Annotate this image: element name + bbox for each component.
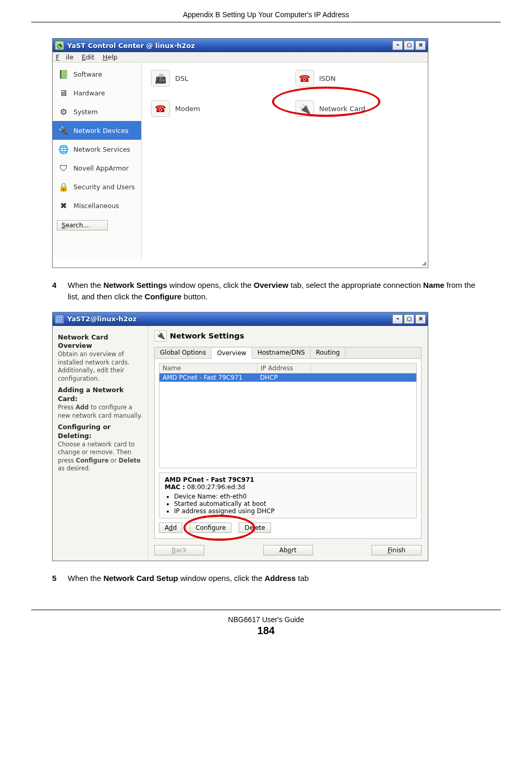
- window-title: YaST Control Center @ linux-h2oz: [67, 42, 195, 50]
- help-heading-configuring: Configuring or Deleting:: [58, 423, 142, 441]
- security-icon: 🔒: [57, 180, 70, 193]
- sidebar-item-label: Software: [73, 70, 102, 78]
- column-name[interactable]: Name: [159, 363, 257, 373]
- mac-value: 08:00:27:96:ed:3d: [187, 483, 245, 491]
- yast2-network-settings-window: ◳ YaST2@linux-h2oz – ▢ × Network Card Ov…: [52, 312, 428, 561]
- menubar: File Edit Help: [53, 52, 428, 63]
- network-services-icon: 🌐: [57, 143, 70, 155]
- detail-title: AMD PCnet - Fast 79C971: [165, 476, 254, 483]
- step-text: When the Network Card Setup window opens…: [68, 573, 309, 584]
- detail-device-name: Device Name: eth-eth0: [174, 493, 411, 500]
- device-dsl[interactable]: 📠 DSL: [151, 70, 275, 87]
- delete-button[interactable]: Delete: [239, 523, 270, 533]
- help-heading-overview: Network Card Overview: [58, 333, 142, 351]
- step-text: When the Network Settings window opens, …: [68, 280, 480, 302]
- step-4: 4 When the Network Settings window opens…: [52, 280, 480, 302]
- tabs-row: Global Options Overview Hostname/DNS Rou…: [155, 347, 421, 359]
- step-5: 5 When the Network Card Setup window ope…: [52, 573, 480, 584]
- list-header: Name IP Address: [159, 363, 416, 373]
- step-number: 5: [52, 573, 68, 584]
- menu-help[interactable]: Help: [103, 53, 118, 61]
- device-label: DSL: [175, 75, 189, 82]
- sidebar-item-label: Hardware: [73, 89, 105, 97]
- search-button[interactable]: Search...: [57, 220, 108, 231]
- cell-ip: DHCP: [257, 373, 310, 382]
- sidebar-item-label: System: [73, 108, 98, 116]
- minimize-button[interactable]: –: [392, 314, 403, 324]
- device-isdn[interactable]: ☎ ISDN: [295, 70, 419, 87]
- modem-icon: ☎: [151, 100, 170, 117]
- yast-icon: ◳: [55, 314, 64, 324]
- sidebar-item-network-services[interactable]: 🌐 Network Services: [53, 140, 141, 159]
- network-devices-icon: 🔌: [57, 124, 70, 137]
- resize-grip[interactable]: ◢: [53, 260, 428, 268]
- sidebar-item-hardware[interactable]: 🖥 Hardware: [53, 83, 141, 102]
- sidebar-item-software[interactable]: 📗 Software: [53, 65, 141, 83]
- panel-title: 🔌 Network Settings: [154, 330, 422, 342]
- page-header: Appendix B Setting Up Your Computer's IP…: [31, 10, 501, 22]
- nic-button-row: Add Configure Delete: [159, 523, 417, 533]
- help-text: Press Add to configure a new network car…: [58, 404, 142, 420]
- sidebar-item-network-devices[interactable]: 🔌 Network Devices: [53, 121, 141, 140]
- list-row-selected[interactable]: AMD PCnet - Fast 79C971 DHCP: [159, 373, 416, 382]
- device-label: ISDN: [319, 75, 336, 82]
- yast-control-center-window: ◔ YaST Control Center @ linux-h2oz – ▢ ×…: [52, 38, 428, 268]
- menu-file[interactable]: File: [56, 53, 73, 61]
- detail-ip-mode: IP address assigned using DHCP: [174, 507, 411, 515]
- close-button[interactable]: ×: [415, 41, 426, 50]
- help-text: Obtain an overview of installed network …: [58, 350, 142, 383]
- page-footer: NBG6617 User's Guide 184: [31, 610, 501, 637]
- yast-icon: ◔: [55, 41, 64, 50]
- device-modem[interactable]: ☎ Modem: [151, 100, 275, 117]
- back-button: Back: [154, 545, 204, 555]
- device-label: Modem: [175, 105, 200, 113]
- add-button[interactable]: Add: [159, 523, 182, 533]
- sidebar-item-label: Network Devices: [73, 127, 128, 135]
- tab-routing[interactable]: Routing: [311, 347, 345, 358]
- sidebar-item-label: Novell AppArmor: [73, 164, 129, 172]
- column-ip[interactable]: IP Address: [257, 363, 311, 373]
- tab-global-options[interactable]: Global Options: [155, 347, 212, 358]
- network-card-icon: 🔌: [295, 100, 314, 117]
- maximize-button[interactable]: ▢: [404, 41, 414, 50]
- category-sidebar: 📗 Software 🖥 Hardware ⚙ System 🔌 Network…: [53, 63, 142, 260]
- device-pane: 📠 DSL ☎ ISDN ☎ Modem 🔌 Network Card: [142, 63, 428, 260]
- page-number: 184: [31, 625, 501, 637]
- sidebar-item-label: Miscellaneous: [73, 202, 119, 210]
- minimize-button[interactable]: –: [392, 41, 403, 50]
- help-text: Choose a network card to change or remov…: [58, 441, 142, 473]
- window-titlebar[interactable]: ◳ YaST2@linux-h2oz – ▢ ×: [53, 312, 428, 326]
- settings-notebook: Global Options Overview Hostname/DNS Rou…: [154, 347, 422, 539]
- mac-label: MAC :: [165, 483, 185, 491]
- system-icon: ⚙: [57, 105, 70, 118]
- sidebar-item-security-users[interactable]: 🔒 Security and Users: [53, 177, 141, 196]
- footer-guide: NBG6617 User's Guide: [31, 615, 501, 624]
- device-network-card[interactable]: 🔌 Network Card: [295, 100, 419, 117]
- isdn-icon: ☎: [295, 70, 314, 87]
- software-icon: 📗: [57, 68, 70, 80]
- sidebar-item-miscellaneous[interactable]: ✖ Miscellaneous: [53, 196, 141, 215]
- tab-overview[interactable]: Overview: [212, 348, 252, 359]
- sidebar-item-label: Network Services: [73, 145, 130, 153]
- help-heading-adding: Adding a Network Card:: [58, 386, 142, 404]
- detail-startup: Started automatically at boot: [174, 500, 411, 507]
- abort-button[interactable]: Abort: [263, 545, 313, 555]
- maximize-button[interactable]: ▢: [404, 314, 414, 324]
- window-title: YaST2@linux-h2oz: [67, 315, 137, 323]
- apparmor-icon: 🛡: [57, 162, 70, 174]
- sidebar-item-novell-apparmor[interactable]: 🛡 Novell AppArmor: [53, 159, 141, 177]
- hardware-icon: 🖥: [57, 87, 70, 99]
- close-button[interactable]: ×: [415, 314, 426, 324]
- step-number: 4: [52, 280, 68, 302]
- configure-button[interactable]: Configure: [190, 523, 231, 533]
- window-titlebar[interactable]: ◔ YaST Control Center @ linux-h2oz – ▢ ×: [53, 39, 428, 52]
- misc-icon: ✖: [57, 199, 70, 212]
- nic-list[interactable]: Name IP Address AMD PCnet - Fast 79C971 …: [159, 363, 417, 468]
- sidebar-item-system[interactable]: ⚙ System: [53, 102, 141, 121]
- device-label: Network Card: [319, 105, 366, 113]
- nic-detail: AMD PCnet - Fast 79C971 MAC : 08:00:27:9…: [159, 472, 417, 518]
- settings-main: 🔌 Network Settings Global Options Overvi…: [148, 326, 428, 561]
- tab-hostname-dns[interactable]: Hostname/DNS: [252, 347, 311, 358]
- finish-button[interactable]: Finish: [372, 545, 422, 555]
- menu-edit[interactable]: Edit: [82, 53, 94, 61]
